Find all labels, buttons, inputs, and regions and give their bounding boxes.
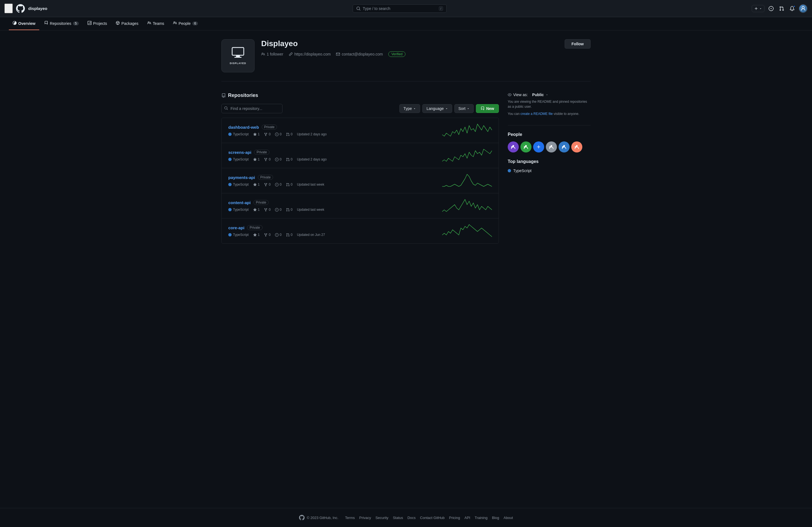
- fork-icon: [264, 158, 267, 161]
- repo-prs[interactable]: 0: [286, 208, 293, 212]
- star-icon: [253, 158, 257, 161]
- repo-stars[interactable]: 1: [253, 183, 260, 186]
- view-as-public[interactable]: Public: [532, 92, 544, 97]
- hamburger-menu-button[interactable]: [4, 4, 13, 13]
- tab-people[interactable]: People 6: [169, 17, 202, 30]
- notifications-button[interactable]: [788, 5, 796, 12]
- star-count: 1: [258, 157, 260, 161]
- repo-prs[interactable]: 0: [286, 183, 293, 186]
- repo-name-link[interactable]: screens-api: [228, 150, 251, 155]
- issues-button[interactable]: [767, 5, 775, 12]
- repo-name-link[interactable]: payments-api: [228, 175, 255, 180]
- repo-activity-chart: [442, 149, 492, 162]
- create-readme-link[interactable]: create a README file: [520, 112, 553, 116]
- navbar-right: [752, 4, 808, 13]
- footer-link-about[interactable]: About: [504, 516, 513, 520]
- tab-projects[interactable]: Projects: [84, 17, 111, 30]
- repo-prs[interactable]: 0: [286, 233, 293, 237]
- repo-search-input[interactable]: [221, 104, 282, 113]
- footer-link-blog[interactable]: Blog: [492, 516, 499, 520]
- language-name: TypeScript: [233, 132, 249, 136]
- pullrequest-button[interactable]: [778, 5, 785, 12]
- repo-name-link[interactable]: content-api: [228, 200, 251, 205]
- footer-link-privacy[interactable]: Privacy: [359, 516, 371, 520]
- repo-prs[interactable]: 0: [286, 157, 293, 161]
- footer-link-status[interactable]: Status: [393, 516, 403, 520]
- repo-prs[interactable]: 0: [286, 132, 293, 136]
- star-icon: [253, 233, 257, 237]
- view-as-label: View as: Public: [508, 92, 591, 97]
- repo-issues[interactable]: 0: [275, 208, 281, 212]
- footer-link-terms[interactable]: Terms: [345, 516, 354, 520]
- repo-forks[interactable]: 0: [264, 157, 271, 161]
- org-display-name: Displayeo: [261, 39, 558, 48]
- org-email-link[interactable]: contact@displayeo.com: [342, 52, 383, 56]
- repo-language: TypeScript: [228, 132, 249, 136]
- org-website-link[interactable]: https://displayeo.com: [294, 52, 331, 56]
- footer-link-pricing[interactable]: Pricing: [449, 516, 460, 520]
- repo-forks[interactable]: 0: [264, 132, 271, 136]
- new-button[interactable]: [752, 5, 765, 12]
- follow-button[interactable]: Follow: [565, 39, 591, 49]
- repo-stars[interactable]: 1: [253, 208, 260, 212]
- repo-stars[interactable]: 1: [253, 233, 260, 237]
- language-name: TypeScript: [233, 208, 249, 212]
- language-name: TypeScript: [233, 183, 249, 186]
- chevron-down-icon: [445, 107, 448, 110]
- repo-name-link[interactable]: core-api: [228, 225, 244, 230]
- avatar-button[interactable]: [799, 4, 808, 13]
- org-name-label: displayeo: [28, 6, 47, 11]
- org-info: Displayeo 1 follower https://displayeo.c…: [261, 39, 558, 57]
- repo-activity-chart: [442, 199, 492, 213]
- fork-icon: [264, 208, 267, 212]
- pr-icon-small: [286, 158, 290, 161]
- fork-count: 0: [269, 208, 271, 212]
- language-dropdown-button[interactable]: Language: [422, 104, 452, 113]
- repo-visibility-badge: Private: [247, 225, 262, 230]
- person-avatar[interactable]: [546, 141, 557, 152]
- repo-item-left: content-api Private TypeScript 1 0: [228, 200, 442, 212]
- footer-link-training[interactable]: Training: [475, 516, 487, 520]
- footer-link-security[interactable]: Security: [375, 516, 388, 520]
- org-avatar-text: DISPLAYED: [230, 62, 246, 65]
- repo-name-row: core-api Private: [228, 225, 442, 230]
- tab-repositories[interactable]: Repositories 5: [40, 17, 83, 30]
- person-avatar[interactable]: [533, 141, 544, 152]
- issue-opened-small-icon: [275, 133, 279, 136]
- repo-forks[interactable]: 0: [264, 233, 271, 237]
- repo-issues[interactable]: 0: [275, 132, 281, 136]
- pr-count: 0: [291, 208, 293, 212]
- svg-rect-2: [234, 57, 242, 58]
- person-avatar[interactable]: [571, 141, 582, 152]
- repo-name-link[interactable]: dashboard-web: [228, 125, 259, 130]
- tab-packages[interactable]: Packages: [112, 17, 142, 30]
- repo-issues[interactable]: 0: [275, 233, 281, 237]
- footer-link-contact[interactable]: Contact GitHub: [420, 516, 445, 520]
- pr-count: 0: [291, 157, 293, 161]
- footer-link-docs[interactable]: Docs: [407, 516, 416, 520]
- repo-item-left: screens-api Private TypeScript 1 0: [228, 150, 442, 161]
- tab-teams[interactable]: Teams: [143, 17, 168, 30]
- repo-visibility-badge: Private: [258, 175, 273, 180]
- notification-dot: [793, 5, 795, 7]
- new-repo-button[interactable]: New: [476, 104, 499, 113]
- repo-meta-row: TypeScript 1 0 0: [228, 157, 442, 161]
- tab-overview[interactable]: Overview: [9, 17, 39, 30]
- repo-stars[interactable]: 1: [253, 157, 260, 161]
- type-dropdown-button[interactable]: Type: [400, 104, 420, 113]
- repo-stars[interactable]: 1: [253, 132, 260, 136]
- repo-forks[interactable]: 0: [264, 183, 271, 186]
- repo-issues[interactable]: 0: [275, 157, 281, 161]
- repo-activity-chart: [442, 123, 492, 137]
- repo-language: TypeScript: [228, 233, 249, 237]
- sort-dropdown-button[interactable]: Sort: [454, 104, 474, 113]
- person-avatar[interactable]: [508, 141, 519, 152]
- person-avatar[interactable]: [520, 141, 532, 152]
- tab-badge-repositories: 5: [73, 21, 79, 26]
- repo-issues[interactable]: 0: [275, 183, 281, 186]
- person-avatar[interactable]: [559, 141, 570, 152]
- search-box[interactable]: Type / to search /: [353, 4, 447, 13]
- footer-link-api[interactable]: API: [464, 516, 470, 520]
- repo-forks[interactable]: 0: [264, 208, 271, 212]
- repo-meta-row: TypeScript 1 0 0: [228, 208, 442, 212]
